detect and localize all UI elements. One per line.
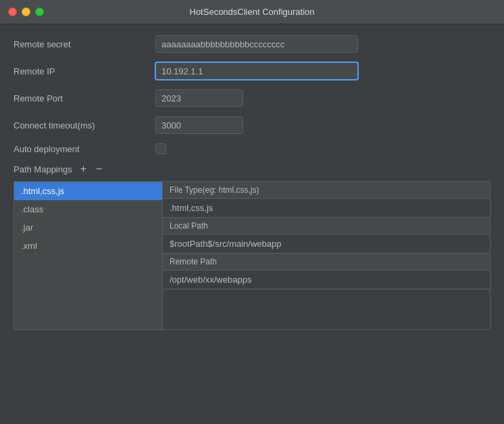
path-mappings-container: .html,css,js .class .jar .xml File Type(…: [14, 181, 490, 330]
remote-secret-input[interactable]: [155, 35, 358, 53]
remote-path-section: Remote Path /opt/web/xx/webapps: [163, 254, 490, 289]
window-title: HotSecondsClient Configuration: [190, 7, 315, 17]
path-list-item[interactable]: .class: [14, 200, 162, 218]
path-mappings-label: Path Mappings: [14, 164, 72, 174]
local-path-section: Local Path $rootPath$/src/main/webapp: [163, 218, 490, 254]
path-mappings-header: Path Mappings + −: [14, 164, 490, 174]
config-content: Remote secret Remote IP Remote Port Conn…: [0, 24, 504, 341]
auto-deployment-checkbox[interactable]: [155, 143, 166, 154]
remote-port-input[interactable]: [155, 89, 243, 107]
connect-timeout-row: Connect timeout(ms): [14, 116, 490, 134]
path-list-item[interactable]: .html,css,js: [14, 182, 162, 200]
add-path-button[interactable]: +: [79, 164, 88, 174]
remote-path-value: /opt/web/xx/webapps: [163, 270, 490, 289]
path-detail: File Type(eg: html,css,js) .html,css,js …: [163, 182, 490, 329]
path-list-item[interactable]: .jar: [14, 218, 162, 237]
file-type-header: File Type(eg: html,css,js): [163, 182, 490, 199]
connect-timeout-label: Connect timeout(ms): [14, 120, 155, 131]
remote-ip-label: Remote IP: [14, 66, 155, 76]
close-button[interactable]: [8, 7, 17, 16]
auto-deployment-label: Auto deployment: [14, 144, 155, 154]
remote-path-header: Remote Path: [163, 254, 490, 270]
remote-port-label: Remote Port: [14, 93, 155, 103]
local-path-value: $rootPath$/src/main/webapp: [163, 235, 490, 253]
title-bar: HotSecondsClient Configuration: [0, 0, 504, 24]
path-list: .html,css,js .class .jar .xml: [14, 182, 163, 329]
file-type-section: File Type(eg: html,css,js) .html,css,js: [163, 182, 490, 218]
file-type-value: .html,css,js: [163, 199, 490, 217]
auto-deployment-row: Auto deployment: [14, 143, 490, 154]
remote-ip-row: Remote IP: [14, 62, 490, 80]
remote-port-row: Remote Port: [14, 89, 490, 107]
remote-secret-row: Remote secret: [14, 35, 490, 53]
maximize-button[interactable]: [35, 7, 44, 16]
remove-path-button[interactable]: −: [95, 164, 103, 174]
connect-timeout-input[interactable]: [155, 116, 243, 134]
remote-secret-label: Remote secret: [14, 39, 155, 49]
path-list-item[interactable]: .xml: [14, 237, 162, 255]
minimize-button[interactable]: [22, 7, 30, 16]
remote-ip-input[interactable]: [155, 62, 358, 80]
window-controls: [8, 7, 44, 16]
local-path-header: Local Path: [163, 218, 490, 235]
